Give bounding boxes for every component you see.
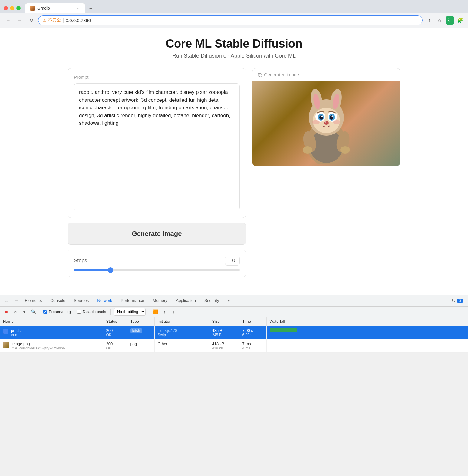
svg-point-18	[321, 116, 323, 117]
security-warning-icon: ⚠	[43, 18, 46, 23]
tab-security[interactable]: Security	[200, 295, 223, 306]
minimize-window-button[interactable]	[10, 6, 14, 10]
generated-image	[252, 81, 400, 166]
prompt-label: Prompt	[74, 74, 240, 80]
share-icon[interactable]: ↑	[425, 16, 433, 25]
steps-slider-track[interactable]	[74, 269, 240, 271]
import-har-icon[interactable]: ↑	[161, 308, 168, 316]
row-name-primary: image.png	[12, 342, 68, 346]
col-header-initiator[interactable]: Initiator	[154, 317, 209, 326]
slider-fill	[74, 269, 110, 271]
export-har-icon[interactable]: ↓	[170, 308, 177, 316]
steps-header: Steps 10	[74, 256, 240, 266]
steps-card: Steps 10	[68, 250, 246, 277]
preserve-log-checkbox[interactable]: Preserve log	[43, 309, 71, 314]
col-header-time[interactable]: Time	[239, 317, 266, 326]
title-bar: Gradio × +	[0, 0, 468, 13]
slider-thumb[interactable]	[108, 267, 113, 273]
tab-sources[interactable]: Sources	[70, 295, 93, 306]
steps-value: 10	[225, 256, 240, 266]
close-window-button[interactable]	[4, 6, 8, 10]
nav-bar: ← → ↻ ⚠ 不安全 | 0.0.0.0:7860 ↑ ☆ 🛡 🧩	[0, 13, 468, 28]
refresh-button[interactable]: ↻	[27, 16, 36, 25]
row-time-cell: 7.00 s 6.99 s	[239, 326, 266, 339]
clear-button[interactable]: ⊘	[12, 308, 19, 316]
devtools-panel: ⊹ ▭ Elements Console Sources Network Per…	[0, 295, 468, 353]
tab-console[interactable]: Console	[46, 295, 70, 306]
svg-point-22	[333, 120, 340, 124]
row-status-cell: 200 OK	[103, 326, 127, 339]
image-card-title: Generated image	[264, 72, 299, 77]
svg-point-21	[312, 120, 320, 124]
devtools-cursor-icon[interactable]: ⊹	[2, 296, 12, 306]
tab-memory[interactable]: Memory	[148, 295, 172, 306]
row-xhr-icon	[3, 329, 8, 334]
row-name-cell[interactable]: image.png /file=/var/folders/g5/qtry24zx…	[0, 339, 103, 353]
svg-point-23	[325, 121, 326, 123]
nav-actions: ↑ ☆ 🛡 🧩	[425, 16, 464, 25]
generate-button[interactable]: Generate image	[68, 223, 246, 245]
toolbar-divider-2	[74, 309, 74, 315]
network-table-container: Name Status Type Initiator Size Time Wat…	[0, 317, 468, 353]
filter-button[interactable]: ▾	[21, 308, 28, 316]
row-size-cell: 435 B 245 B	[209, 326, 239, 339]
col-header-size[interactable]: Size	[209, 317, 239, 326]
browser-chrome: Gradio × + ← → ↻ ⚠ 不安全 | 0.0.0.0:7860 ↑ …	[0, 0, 468, 28]
disable-cache-checkbox[interactable]: Disable cache	[77, 309, 107, 314]
back-button[interactable]: ←	[4, 16, 13, 25]
tab-performance[interactable]: Performance	[117, 295, 148, 306]
fetch-type-badge: fetch	[130, 328, 142, 333]
initiator-link[interactable]: index.js:170	[158, 329, 177, 333]
row-name-secondary: /run	[11, 333, 23, 337]
col-header-status[interactable]: Status	[103, 317, 127, 326]
row-name-secondary: /file=/var/folders/g5/qtry24zx4sb6...	[12, 346, 68, 350]
record-button[interactable]: ⏺	[2, 308, 10, 316]
devtools-tabs: ⊹ ▭ Elements Console Sources Network Per…	[0, 295, 468, 307]
tab-network[interactable]: Network	[93, 295, 117, 306]
row-status-cell: 200 OK	[103, 339, 127, 353]
tab-favicon	[30, 6, 35, 11]
toolbar-divider-1	[40, 309, 40, 315]
address-bar[interactable]: ⚠ 不安全 | 0.0.0.0:7860	[38, 15, 423, 25]
row-img-icon	[3, 342, 9, 348]
new-tab-button[interactable]: +	[87, 5, 95, 13]
prompt-input[interactable]: rabbit, anthro, very cute kid's film cha…	[74, 83, 240, 210]
table-row[interactable]: image.png /file=/var/folders/g5/qtry24zx…	[0, 339, 468, 353]
devtools-device-icon[interactable]: ▭	[12, 296, 21, 306]
maximize-window-button[interactable]	[16, 6, 21, 10]
character-svg	[290, 83, 363, 164]
address-url: 0.0.0.0:7860	[66, 18, 91, 23]
output-image-card: 🖼 Generated image	[252, 68, 400, 166]
bookmark-icon[interactable]: ☆	[435, 16, 444, 25]
page-subtitle: Run Stable Diffusion on Apple Silicon wi…	[6, 53, 462, 59]
tab-more[interactable]: »	[223, 295, 234, 306]
console-badge: 3	[457, 299, 463, 303]
online-icon[interactable]: 📶	[152, 308, 159, 316]
active-tab[interactable]: Gradio ×	[25, 3, 85, 13]
search-button[interactable]: 🔍	[30, 308, 37, 316]
svg-point-20	[324, 121, 329, 125]
insecure-label: 不安全	[48, 18, 61, 23]
forward-button[interactable]: →	[15, 16, 24, 25]
traffic-lights	[4, 6, 21, 10]
extensions-icon[interactable]: 🧩	[456, 16, 464, 25]
tab-title: Gradio	[37, 6, 50, 11]
row-time-cell: 7 ms 4 ms	[239, 339, 266, 353]
row-name-primary: predict	[11, 328, 23, 333]
row-initiator-cell: index.js:170 Script	[154, 326, 209, 339]
page-title: Core ML Stable Diffusion	[6, 37, 462, 50]
table-row[interactable]: predict /run 200 OK fetch index.js:170	[0, 326, 468, 339]
tab-elements[interactable]: Elements	[21, 295, 46, 306]
tab-close-button[interactable]: ×	[75, 6, 80, 11]
main-grid: Prompt rabbit, anthro, very cute kid's f…	[68, 68, 400, 277]
right-panel: 🖼 Generated image	[252, 68, 400, 277]
row-size-cell: 418 kB 418 kB	[209, 339, 239, 353]
throttle-select[interactable]: No throttling Fast 3G Slow 3G	[114, 308, 146, 316]
col-header-type[interactable]: Type	[127, 317, 154, 326]
col-header-waterfall[interactable]: Waterfall	[266, 317, 468, 326]
row-name-cell[interactable]: predict /run	[0, 326, 103, 339]
col-header-name[interactable]: Name	[0, 317, 103, 326]
tab-application[interactable]: Application	[172, 295, 200, 306]
svg-point-4	[303, 146, 312, 154]
shield-icon[interactable]: 🛡	[446, 16, 454, 25]
